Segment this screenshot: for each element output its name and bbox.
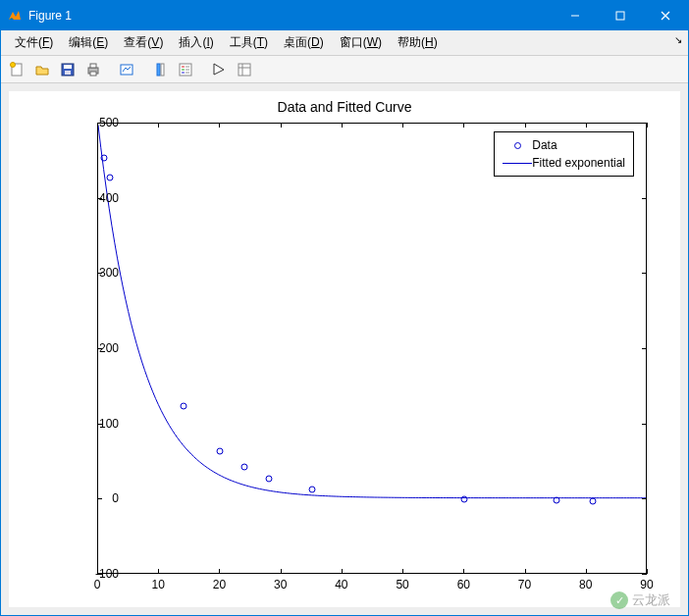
svg-rect-21 <box>186 72 189 74</box>
x-tick-label: 70 <box>518 578 531 591</box>
svg-rect-22 <box>238 64 250 76</box>
insert-colorbar-button[interactable] <box>148 58 172 81</box>
svg-rect-19 <box>186 66 189 68</box>
x-tick-label: 50 <box>396 578 408 591</box>
data-marker <box>107 175 114 181</box>
edit-plot-button[interactable] <box>207 58 231 81</box>
chart-title: Data and Fitted Curve <box>9 99 680 115</box>
y-tick-label: 400 <box>44 191 119 205</box>
data-marker <box>217 447 224 454</box>
property-editor-button[interactable] <box>233 58 256 81</box>
y-tick-label: -100 <box>44 567 119 581</box>
menubar: 文件(F) 编辑(E) 查看(V) 插入(I) 工具(T) 桌面(D) 窗口(W… <box>1 30 688 56</box>
matlab-icon <box>7 8 23 24</box>
menu-view[interactable]: 查看(V) <box>116 31 171 54</box>
link-axes-button[interactable] <box>115 58 138 81</box>
svg-rect-13 <box>157 64 160 76</box>
figure-area: Data and Fitted Curve Data Fitted expone… <box>1 83 688 615</box>
menu-window[interactable]: 窗口(W) <box>332 31 390 54</box>
svg-rect-10 <box>90 64 96 68</box>
x-tick-label: 10 <box>152 578 165 591</box>
figure-window: Figure 1 文件(F) 编辑(E) 查看(V) 插入(I) 工具(T) 桌… <box>0 0 689 616</box>
save-button[interactable] <box>56 58 80 81</box>
maximize-button[interactable] <box>598 1 643 30</box>
fitted-curve <box>98 124 646 573</box>
y-tick-label: 0 <box>44 491 119 505</box>
toolbar <box>1 56 688 83</box>
print-button[interactable] <box>81 58 105 81</box>
x-tick-label: 60 <box>457 578 470 591</box>
svg-rect-1 <box>616 12 624 20</box>
svg-rect-11 <box>90 72 96 76</box>
x-tick-label: 30 <box>274 578 287 591</box>
legend-entry-fit: Fitted exponential <box>503 154 625 172</box>
menu-file[interactable]: 文件(F) <box>7 31 61 54</box>
data-marker <box>181 402 187 409</box>
y-tick-label: 300 <box>44 266 119 280</box>
data-marker <box>266 475 273 482</box>
data-marker <box>461 495 468 502</box>
new-figure-button[interactable] <box>5 58 28 81</box>
svg-point-5 <box>11 62 16 67</box>
svg-rect-8 <box>65 71 71 75</box>
data-marker <box>241 464 248 471</box>
legend-label: Fitted exponential <box>532 156 625 170</box>
circle-marker-icon <box>503 142 532 149</box>
menu-edit[interactable]: 编辑(E) <box>61 31 116 54</box>
y-tick-label: 500 <box>44 116 119 129</box>
svg-rect-7 <box>64 65 72 69</box>
watermark: ✓ 云龙派 <box>610 591 670 609</box>
menu-tools[interactable]: 工具(T) <box>222 31 276 54</box>
data-marker <box>553 497 559 504</box>
dock-arrow-icon[interactable]: ↘ <box>674 34 682 45</box>
titlebar[interactable]: Figure 1 <box>1 1 688 30</box>
open-button[interactable] <box>30 58 54 81</box>
x-tick-label: 0 <box>94 578 101 591</box>
axes[interactable]: Data and Fitted Curve Data Fitted expone… <box>9 91 680 607</box>
line-icon <box>503 163 532 164</box>
plot-box: Data Fitted exponential <box>97 123 647 574</box>
x-tick-label: 20 <box>213 578 226 591</box>
y-tick-label: 200 <box>44 341 119 355</box>
x-tick-label: 40 <box>335 578 347 591</box>
data-marker <box>590 497 597 504</box>
x-tick-label: 80 <box>579 578 592 591</box>
svg-rect-12 <box>121 65 132 75</box>
close-button[interactable] <box>643 1 688 30</box>
menu-help[interactable]: 帮助(H) <box>390 31 446 54</box>
x-tick-label: 90 <box>640 578 653 591</box>
window-title: Figure 1 <box>28 9 553 23</box>
y-tick-label: 100 <box>44 417 119 431</box>
data-marker <box>101 154 108 161</box>
wechat-icon: ✓ <box>610 591 628 609</box>
legend-entry-data: Data <box>503 136 625 154</box>
data-marker <box>308 486 315 492</box>
watermark-text: 云龙派 <box>632 591 670 609</box>
legend-label: Data <box>532 138 556 152</box>
svg-rect-14 <box>161 64 164 76</box>
minimize-button[interactable] <box>553 1 598 30</box>
menu-insert[interactable]: 插入(I) <box>171 31 221 54</box>
legend[interactable]: Data Fitted exponential <box>494 131 634 177</box>
menu-desktop[interactable]: 桌面(D) <box>276 31 332 54</box>
insert-legend-button[interactable] <box>174 58 197 81</box>
svg-rect-20 <box>186 69 189 71</box>
